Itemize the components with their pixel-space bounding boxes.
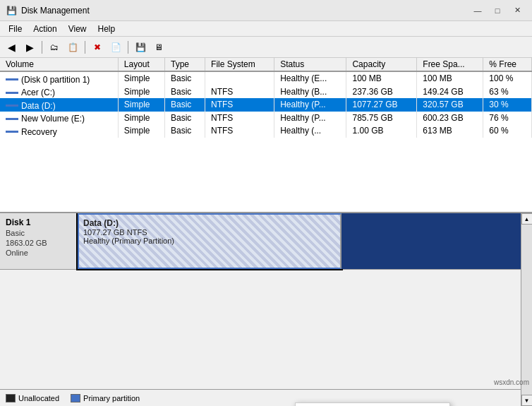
- disk-label-1: Disk 1 Basic 1863.02 GB Online: [0, 213, 78, 269]
- app-icon: 💾: [6, 5, 17, 16]
- watermark: wsxdn.com: [494, 378, 529, 386]
- partition-d-status: Healthy (Primary Partition): [83, 237, 336, 245]
- col-type[interactable]: Type: [164, 58, 205, 71]
- legend-unalloc: Unallocated: [6, 394, 59, 402]
- main-content: Volume Layout Type File System Status Ca…: [0, 58, 532, 406]
- table-cell: Healthy (P...: [274, 112, 346, 125]
- table-cell: Acer (C:): [0, 85, 118, 99]
- table-cell: 100 %: [483, 71, 532, 85]
- table-cell: Basic: [164, 98, 205, 112]
- close-button[interactable]: ✕: [508, 4, 526, 18]
- col-filesystem[interactable]: File System: [205, 58, 274, 71]
- table-cell: 60 %: [483, 124, 532, 138]
- toolbar-btn4[interactable]: 📄: [107, 40, 124, 55]
- legend-primary-label: Primary partition: [83, 394, 140, 402]
- table-cell: Data (D:): [0, 98, 118, 112]
- table-cell: Healthy (B...: [274, 85, 346, 99]
- table-cell: 100 MB: [346, 71, 417, 85]
- col-status[interactable]: Status: [274, 58, 346, 71]
- menu-help[interactable]: Help: [92, 23, 121, 35]
- table-cell: Basic: [164, 85, 205, 99]
- table-cell: Simple: [118, 112, 164, 125]
- table-cell: Basic: [164, 112, 205, 125]
- scroll-up-arrow[interactable]: ▲: [521, 213, 533, 225]
- legend-unalloc-label: Unallocated: [18, 394, 59, 402]
- col-layout[interactable]: Layout: [118, 58, 164, 71]
- toolbar-sep-2: [85, 41, 85, 54]
- table-cell: NTFS: [205, 85, 274, 99]
- toolbar-forward[interactable]: ▶: [21, 40, 38, 55]
- table-cell: NTFS: [205, 98, 274, 112]
- toolbar-btn5[interactable]: 💾: [132, 40, 149, 55]
- table-cell: 63 %: [483, 85, 532, 99]
- table-cell: 76 %: [483, 112, 532, 125]
- table-cell: Simple: [118, 98, 164, 112]
- partition-d-name: Data (D:): [83, 218, 336, 228]
- table-cell: 1.00 GB: [346, 124, 417, 138]
- title-bar: 💾 Disk Management — □ ✕: [0, 0, 532, 21]
- window-title: Disk Management: [21, 6, 468, 16]
- table-cell: 100 MB: [417, 71, 483, 85]
- table-area: Volume Layout Type File System Status Ca…: [0, 58, 532, 213]
- disk-1-title: Disk 1: [6, 217, 71, 227]
- minimize-button[interactable]: —: [468, 4, 487, 18]
- table-cell: Healthy (P...: [274, 98, 346, 112]
- toolbar-back[interactable]: ◀: [3, 40, 20, 55]
- table-cell: [205, 71, 274, 85]
- table-row[interactable]: Data (D:)SimpleBasicNTFSHealthy (P...107…: [0, 98, 532, 112]
- table-cell: 785.75 GB: [346, 112, 417, 125]
- col-free[interactable]: Free Spa...: [417, 58, 483, 71]
- toolbar-sep-3: [128, 41, 128, 54]
- disk-row-1: Disk 1 Basic 1863.02 GB Online Data (D:)…: [0, 213, 532, 270]
- table-cell: (Disk 0 partition 1): [0, 71, 118, 85]
- disk-table: Volume Layout Type File System Status Ca…: [0, 58, 532, 138]
- table-cell: 149.24 GB: [417, 85, 483, 99]
- disk-view-area: Disk 1 Basic 1863.02 GB Online Data (D:)…: [0, 213, 532, 406]
- table-cell: 30 %: [483, 98, 532, 112]
- menu-action[interactable]: Action: [28, 23, 62, 35]
- legend-unalloc-box: [6, 394, 16, 402]
- menu-bar: File Action View Help: [0, 21, 532, 37]
- partition-d-size: 1077.27 GB NTFS: [83, 228, 336, 237]
- table-cell: Basic: [164, 71, 205, 85]
- scroll-down-arrow[interactable]: ▼: [521, 395, 533, 406]
- table-cell: 1077.27 GB: [346, 98, 417, 112]
- maximize-button[interactable]: □: [488, 4, 507, 18]
- disk-partitions: Data (D:) 1077.27 GB NTFS Healthy (Prima…: [78, 213, 532, 269]
- toolbar: ◀ ▶ 🗂 📋 ✖ 📄 💾 🖥: [0, 37, 532, 58]
- table-cell: New Volume (E:): [0, 112, 118, 125]
- table-cell: Healthy (...: [274, 124, 346, 138]
- table-cell: 613 MB: [417, 124, 483, 138]
- toolbar-btn1[interactable]: 🗂: [46, 40, 63, 55]
- table-row[interactable]: (Disk 0 partition 1)SimpleBasicHealthy (…: [0, 71, 532, 85]
- toolbar-btn3[interactable]: ✖: [89, 40, 106, 55]
- table-cell: 600.23 GB: [417, 112, 483, 125]
- legend-primary: Primary partition: [71, 394, 140, 402]
- legend-primary-box: [71, 394, 80, 402]
- col-volume[interactable]: Volume: [0, 58, 118, 71]
- menu-view[interactable]: View: [63, 23, 92, 35]
- table-cell: Simple: [118, 71, 164, 85]
- table-cell: 237.36 GB: [346, 85, 417, 99]
- toolbar-btn6[interactable]: 🖥: [150, 40, 167, 55]
- disk-1-type: Basic: [6, 229, 71, 237]
- partition-unalloc[interactable]: [341, 213, 532, 269]
- table-cell: 320.57 GB: [417, 98, 483, 112]
- col-capacity[interactable]: Capacity: [346, 58, 417, 71]
- table-row[interactable]: RecoverySimpleBasicNTFSHealthy (...1.00 …: [0, 124, 532, 138]
- table-row[interactable]: Acer (C:)SimpleBasicNTFSHealthy (B...237…: [0, 85, 532, 99]
- title-bar-controls: — □ ✕: [468, 4, 526, 18]
- disk-1-status: Online: [6, 249, 71, 257]
- toolbar-sep-1: [42, 41, 42, 54]
- toolbar-btn2[interactable]: 📋: [64, 40, 81, 55]
- partition-d[interactable]: Data (D:) 1077.27 GB NTFS Healthy (Prima…: [78, 213, 341, 269]
- disk-view-scrollbar[interactable]: ▲ ▼: [521, 213, 532, 406]
- col-pct[interactable]: % Free: [483, 58, 532, 71]
- menu-file[interactable]: File: [3, 23, 28, 35]
- table-cell: Recovery: [0, 124, 118, 138]
- legend-bar: Unallocated Primary partition: [0, 389, 532, 406]
- table-cell: NTFS: [205, 112, 274, 125]
- disk-1-size: 1863.02 GB: [6, 239, 71, 247]
- table-cell: Simple: [118, 85, 164, 99]
- table-row[interactable]: New Volume (E:)SimpleBasicNTFSHealthy (P…: [0, 112, 532, 125]
